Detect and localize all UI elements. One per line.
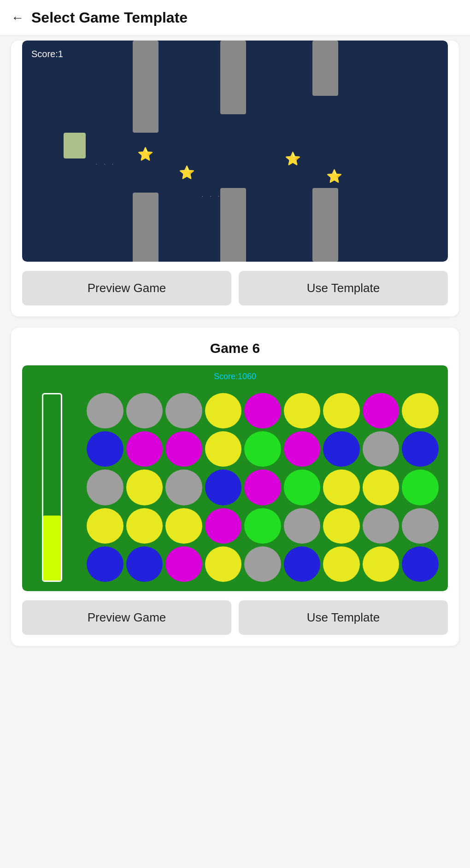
star-3: ⭐ xyxy=(285,151,301,166)
game6-preview-button[interactable]: Preview Game xyxy=(22,600,231,635)
circle-13 xyxy=(244,431,281,467)
circle-5 xyxy=(284,393,321,428)
circle-7 xyxy=(363,393,400,428)
circle-0 xyxy=(87,393,123,428)
circle-20 xyxy=(165,469,202,505)
circle-23 xyxy=(284,469,321,505)
dots-1: . . . xyxy=(96,160,116,165)
circle-35 xyxy=(402,508,439,544)
circle-34 xyxy=(363,508,400,544)
circle-12 xyxy=(205,431,242,467)
pillar-5 xyxy=(312,41,338,96)
game6-preview: Score:1060 xyxy=(22,365,448,591)
game6-paddle-area xyxy=(36,393,68,582)
circle-1 xyxy=(126,393,163,428)
circle-17 xyxy=(402,431,439,467)
game5-buttons: Preview Game Use Template xyxy=(11,271,459,305)
game5-player xyxy=(64,133,86,158)
game6-card: Game 6 Score:1060 Preview Game Use Templ… xyxy=(11,328,459,646)
circle-27 xyxy=(87,508,123,544)
circle-39 xyxy=(205,546,242,582)
header: ← Select Game Template xyxy=(0,0,470,36)
circle-11 xyxy=(165,431,202,467)
back-button[interactable]: ← xyxy=(11,11,24,25)
game6-title: Game 6 xyxy=(11,328,459,365)
circle-40 xyxy=(244,546,281,582)
circle-8 xyxy=(402,393,439,428)
star-2: ⭐ xyxy=(179,165,195,180)
game6-buttons: Preview Game Use Template xyxy=(11,600,459,635)
circle-19 xyxy=(126,469,163,505)
circle-25 xyxy=(363,469,400,505)
circle-18 xyxy=(87,469,123,505)
game6-canvas: Score:1060 xyxy=(22,365,448,591)
circle-41 xyxy=(284,546,321,582)
circle-6 xyxy=(323,393,360,428)
star-4: ⭐ xyxy=(326,169,342,184)
circle-4 xyxy=(244,393,281,428)
game5-preview-button[interactable]: Preview Game xyxy=(22,271,231,305)
circle-32 xyxy=(284,508,321,544)
circle-3 xyxy=(205,393,242,428)
circle-10 xyxy=(126,431,163,467)
circle-33 xyxy=(323,508,360,544)
game6-paddle-fill xyxy=(43,516,61,581)
pillar-2 xyxy=(133,193,159,262)
circle-16 xyxy=(363,431,400,467)
circle-38 xyxy=(165,546,202,582)
star-1: ⭐ xyxy=(137,147,153,162)
game6-score: Score:1060 xyxy=(214,372,256,381)
circle-21 xyxy=(205,469,242,505)
dots-2: . . . xyxy=(202,193,222,198)
page-title: Select Game Template xyxy=(31,9,188,26)
pillar-1 xyxy=(133,41,159,133)
circle-29 xyxy=(165,508,202,544)
pillar-4 xyxy=(220,188,246,262)
circle-37 xyxy=(126,546,163,582)
game6-paddle xyxy=(42,393,62,582)
game5-use-button[interactable]: Use Template xyxy=(239,271,448,305)
game5-preview: Score:1 ⭐ ⭐ ⭐ ⭐ . . . . . . xyxy=(22,41,448,262)
game5-score: Score:1 xyxy=(31,49,63,59)
circle-22 xyxy=(244,469,281,505)
circle-15 xyxy=(323,431,360,467)
circle-14 xyxy=(284,431,321,467)
circle-31 xyxy=(244,508,281,544)
game6-use-button[interactable]: Use Template xyxy=(239,600,448,635)
circle-9 xyxy=(87,431,123,467)
circle-42 xyxy=(323,546,360,582)
circle-2 xyxy=(165,393,202,428)
game6-circles-grid xyxy=(87,393,439,582)
circle-36 xyxy=(87,546,123,582)
circle-30 xyxy=(205,508,242,544)
pillar-6 xyxy=(312,188,338,262)
circle-24 xyxy=(323,469,360,505)
circle-26 xyxy=(402,469,439,505)
game5-card: Score:1 ⭐ ⭐ ⭐ ⭐ . . . . . . Preview Game… xyxy=(11,41,459,317)
circle-43 xyxy=(363,546,400,582)
circle-44 xyxy=(402,546,439,582)
circle-28 xyxy=(126,508,163,544)
game5-canvas: Score:1 ⭐ ⭐ ⭐ ⭐ . . . . . . xyxy=(22,41,448,262)
pillar-3 xyxy=(220,41,246,114)
